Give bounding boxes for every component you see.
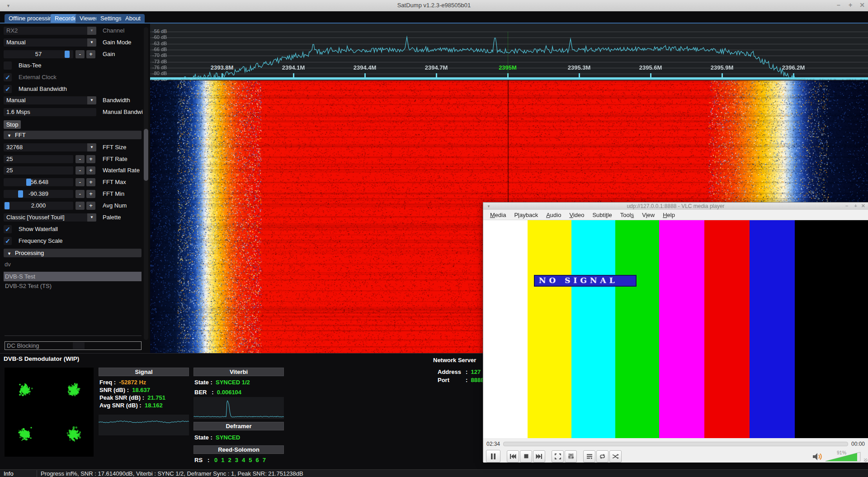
waterfall-rate-minus-button[interactable]: - bbox=[75, 166, 85, 175]
dc-blocking-label: DC Blocking bbox=[5, 342, 39, 349]
vlc-close-button[interactable]: ✕ bbox=[861, 203, 865, 209]
external-clock-checkbox[interactable]: ✓ bbox=[4, 73, 12, 81]
pipeline-item-dvbs-test[interactable]: DVB-S Test bbox=[4, 272, 142, 281]
ber-value: 0.006104 bbox=[217, 389, 241, 396]
gain-plus-button[interactable]: + bbox=[86, 50, 95, 58]
pipeline-item-dvbs2-test[interactable]: DVB-S2 Test (TS) bbox=[4, 281, 142, 291]
vlc-menu-item[interactable]: Playback bbox=[510, 212, 542, 218]
manual-bandwidth-value-label: Manual Bandwi bbox=[103, 108, 143, 116]
channel-select[interactable]: RX2 ▼ bbox=[4, 27, 96, 35]
dc-blocking-checkbox[interactable] bbox=[73, 342, 85, 349]
fullscreen-button[interactable] bbox=[552, 450, 564, 463]
stop-button[interactable]: Stop bbox=[4, 120, 21, 129]
slider-handle[interactable] bbox=[26, 179, 31, 186]
pause-button[interactable] bbox=[486, 450, 500, 463]
stop-button[interactable] bbox=[520, 450, 532, 463]
vlc-menu-item[interactable]: Audio bbox=[542, 212, 565, 218]
pipeline-search-input[interactable]: dv bbox=[5, 261, 11, 269]
fft-plot[interactable]: -56 dB-60 dB-63 dB-66 dB-70 dB-73 dB-76 … bbox=[150, 24, 868, 80]
bias-tee-checkbox[interactable] bbox=[4, 61, 12, 70]
volume-slider[interactable] bbox=[826, 452, 861, 462]
fft-min-slider[interactable]: -90.389 bbox=[4, 190, 73, 198]
show-waterfall-checkbox[interactable]: ✓ bbox=[4, 225, 12, 233]
palette-label: Palette bbox=[103, 213, 121, 222]
fft-trace-canvas[interactable] bbox=[150, 24, 868, 80]
deframer-state-value: SYNCED bbox=[216, 434, 240, 441]
fft-rate-minus-button[interactable]: - bbox=[75, 155, 85, 163]
vlc-maximize-button[interactable]: + bbox=[854, 203, 857, 208]
next-button[interactable] bbox=[533, 450, 545, 463]
palette-select[interactable]: Classic [Youssef Touil] ▼ bbox=[4, 213, 96, 222]
resize-grip[interactable] bbox=[864, 458, 868, 462]
fft-section-header[interactable]: ▼FFT bbox=[4, 131, 142, 139]
vlc-menu-item[interactable]: View bbox=[638, 212, 659, 218]
chevron-down-icon: ▼ bbox=[87, 96, 96, 104]
shuffle-button[interactable] bbox=[609, 450, 622, 463]
avg-num-plus-button[interactable]: + bbox=[86, 202, 95, 210]
vlc-menu-item[interactable]: Media bbox=[486, 212, 510, 218]
signal-peak-snr-row: Peak SNR (dB) : 21.751 bbox=[99, 394, 165, 401]
equalizer-icon bbox=[568, 453, 574, 459]
vlc-menu-item[interactable]: Tools bbox=[616, 212, 638, 218]
avg-num-slider[interactable]: 2.000 bbox=[4, 202, 73, 210]
waterfall-rate-plus-button[interactable]: + bbox=[86, 166, 95, 175]
fft-max-minus-button[interactable]: - bbox=[75, 178, 85, 186]
waterfall-rate-input[interactable]: 25 bbox=[4, 166, 73, 175]
playlist-button[interactable] bbox=[583, 450, 595, 463]
close-button[interactable]: ✕ bbox=[858, 1, 867, 9]
vlc-controls-row: 91% bbox=[483, 450, 868, 463]
maximize-button[interactable]: + bbox=[846, 1, 855, 9]
divider bbox=[37, 470, 37, 477]
speaker-icon[interactable] bbox=[812, 452, 824, 462]
signal-freq-row: Freq : -52872 Hz bbox=[99, 379, 146, 386]
slider-handle[interactable] bbox=[5, 202, 9, 209]
seek-slider[interactable] bbox=[503, 442, 848, 446]
rs-value: 5 bbox=[249, 457, 252, 463]
address-value: 127 bbox=[471, 368, 481, 375]
check-icon: ✓ bbox=[5, 85, 10, 93]
previous-button[interactable] bbox=[507, 450, 519, 463]
fft-rate-plus-button[interactable]: + bbox=[86, 155, 95, 163]
loop-button[interactable] bbox=[596, 450, 609, 463]
window-titlebar[interactable]: ▼ SatDump v1.2.3-e98505b01 – + ✕ bbox=[0, 0, 868, 12]
gain-mode-label: Gain Mode bbox=[103, 38, 132, 47]
vlc-menu-item[interactable]: Subtitle bbox=[588, 212, 616, 218]
vlc-video-area[interactable]: NO SIGNAL bbox=[483, 220, 868, 438]
sidebar-scrollbar[interactable] bbox=[144, 27, 148, 340]
next-icon bbox=[536, 453, 542, 459]
gain-mode-select[interactable]: Manual ▼ bbox=[4, 38, 96, 47]
fft-min-plus-button[interactable]: + bbox=[86, 190, 95, 198]
fft-max-plus-button[interactable]: + bbox=[86, 178, 95, 186]
avg-num-label: Avg Num bbox=[103, 202, 127, 210]
extended-settings-button[interactable] bbox=[565, 450, 577, 463]
manual-bandwidth-checkbox[interactable]: ✓ bbox=[4, 85, 12, 93]
volume-control[interactable]: 91% bbox=[812, 451, 862, 462]
fft-size-select[interactable]: 32768 ▼ bbox=[4, 143, 96, 151]
gain-label: Gain bbox=[103, 50, 115, 58]
slider-handle[interactable] bbox=[65, 51, 70, 58]
scrollbar-thumb[interactable] bbox=[144, 129, 148, 181]
fft-min-minus-button[interactable]: - bbox=[75, 190, 85, 198]
vlc-menu-item[interactable]: Video bbox=[565, 212, 588, 218]
fft-rate-input[interactable]: 25 bbox=[4, 155, 73, 163]
gain-minus-button[interactable]: - bbox=[75, 50, 85, 58]
slider-handle[interactable] bbox=[18, 190, 23, 198]
vlc-minimize-button[interactable]: – bbox=[845, 203, 848, 208]
chevron-down-icon: ▼ bbox=[87, 38, 96, 47]
rs-value: 1 bbox=[221, 457, 224, 463]
fft-max-slider[interactable]: -56.648 bbox=[4, 178, 73, 186]
reed-solomon-panel-header: Reed-Solomon bbox=[193, 445, 284, 454]
bandwidth-select[interactable]: Manual ▼ bbox=[4, 96, 96, 104]
log-level-button[interactable]: Info bbox=[4, 470, 14, 477]
vlc-titlebar[interactable]: ▼ udp://127.0.0.1:8888 - VLC media playe… bbox=[483, 203, 868, 210]
frequency-scale-checkbox[interactable]: ✓ bbox=[4, 237, 12, 245]
manual-bandwidth-input[interactable]: 1.6 Msps bbox=[4, 108, 96, 116]
processing-section-header[interactable]: ▼Processing bbox=[4, 249, 142, 257]
app-root: ▼ SatDump v1.2.3-e98505b01 – + ✕ Offline… bbox=[0, 0, 868, 477]
vlc-menu-item[interactable]: Help bbox=[659, 212, 679, 218]
minimize-button[interactable]: – bbox=[834, 1, 843, 9]
gain-slider[interactable]: 57 bbox=[4, 50, 73, 58]
vlc-window[interactable]: ▼ udp://127.0.0.1:8888 - VLC media playe… bbox=[483, 202, 868, 462]
avg-num-minus-button[interactable]: - bbox=[75, 202, 85, 210]
tab-about[interactable]: About bbox=[121, 14, 145, 23]
